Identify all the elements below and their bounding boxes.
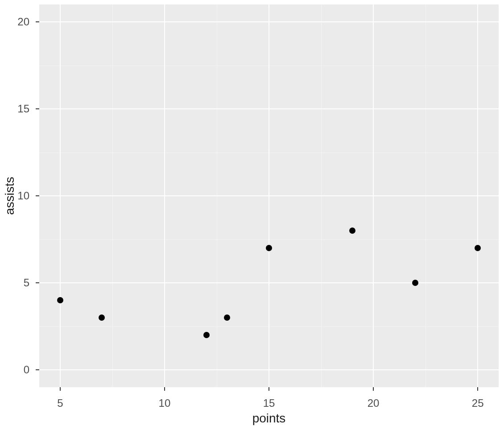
x-axis-label: points [252,411,286,426]
y-tick-label: 15 [17,103,29,115]
x-tick-label: 25 [472,397,484,409]
data-point [475,245,481,251]
y-tick [36,21,39,22]
y-tick-label: 10 [17,190,29,202]
data-point [57,297,63,303]
major-gridline-h [39,21,499,22]
x-tick-label: 15 [263,397,275,409]
data-point [224,314,230,321]
x-tick [164,387,165,391]
data-point [266,245,272,251]
x-tick-label: 20 [368,397,380,409]
data-point [203,332,210,338]
data-point [99,314,105,321]
y-tick [36,195,39,196]
y-tick-label: 0 [24,364,29,376]
y-tick-label: 20 [17,16,29,28]
scatter-chart: 51015202505101520 points assists [0,0,504,426]
y-tick [36,108,39,109]
x-tick-label: 5 [57,397,63,409]
x-tick [373,387,374,391]
major-gridline-h [39,282,499,283]
y-tick [36,282,39,283]
major-gridline-h [39,108,499,109]
data-point [349,227,355,234]
major-gridline-h [39,195,499,196]
x-tick-label: 10 [159,397,171,409]
data-point [412,280,418,286]
major-gridline-h [39,369,499,370]
x-tick [269,387,269,391]
y-tick [36,369,39,370]
x-tick [477,387,478,391]
y-axis-label: assists [3,177,17,215]
x-tick [60,387,61,391]
y-tick-label: 5 [24,277,29,289]
